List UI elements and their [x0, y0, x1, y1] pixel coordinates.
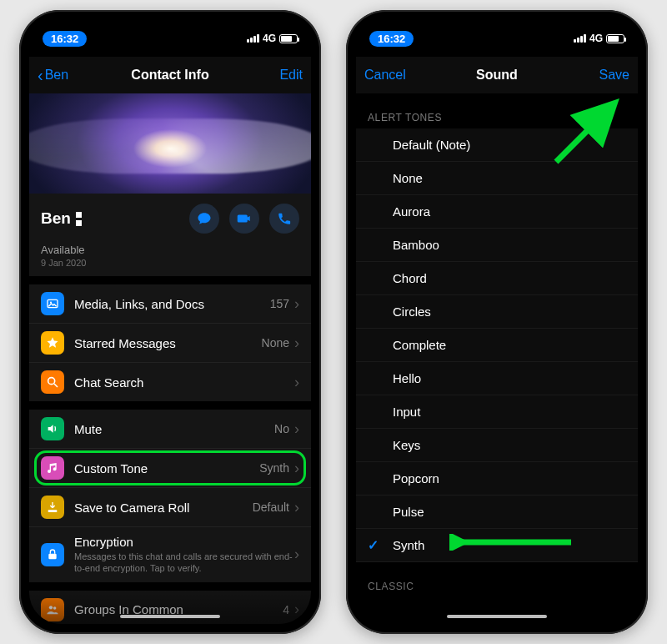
star-icon	[41, 331, 64, 355]
chevron-right-icon: ›	[294, 374, 299, 391]
lock-icon	[41, 543, 64, 566]
row-label: Starred Messages	[74, 336, 262, 350]
row-mute[interactable]: MuteNo›	[29, 410, 311, 449]
contact-header: Ben	[29, 194, 311, 276]
status-time: 16:32	[43, 31, 87, 47]
people-icon	[41, 598, 64, 621]
row-starred[interactable]: Starred MessagesNone›	[29, 324, 311, 363]
back-label: Ben	[45, 68, 68, 83]
message-button[interactable]	[189, 204, 219, 234]
tone-label: None	[393, 171, 423, 185]
check-icon: ✓	[368, 537, 379, 553]
row-value: No	[274, 422, 289, 435]
notch	[430, 20, 564, 42]
section-header: CLASSIC	[356, 562, 638, 597]
row-value: 157	[270, 297, 289, 310]
row-label: Mute	[74, 422, 274, 436]
contact-name: Ben	[41, 209, 82, 228]
tone-row-chord[interactable]: Chord	[356, 262, 638, 295]
row-groups[interactable]: Groups In Common4›	[29, 591, 311, 624]
video-icon	[237, 211, 252, 226]
row-value: None	[262, 336, 289, 350]
tone-row-circles[interactable]: Circles	[356, 295, 638, 329]
contact-photo[interactable]	[29, 93, 311, 194]
tone-row-hello[interactable]: Hello	[356, 362, 638, 395]
video-call-button[interactable]	[229, 204, 259, 234]
tone-label: Input	[393, 405, 420, 419]
svg-point-6	[49, 606, 53, 609]
voice-call-button[interactable]	[269, 204, 299, 234]
row-saveroll[interactable]: Save to Camera RollDefault›	[29, 488, 311, 527]
section-header: ALERT TONES	[356, 93, 638, 128]
row-label: Encryption	[74, 535, 294, 549]
svg-rect-4	[48, 510, 58, 512]
tone-label: Keys	[393, 438, 420, 452]
notch	[103, 20, 237, 42]
tone-row-aurora[interactable]: Aurora	[356, 195, 638, 229]
phone-right: 16:32 4G Cancel Sound Save ALERT TONESDe…	[346, 10, 648, 634]
tone-label: Complete	[393, 338, 446, 352]
home-indicator[interactable]	[447, 615, 547, 618]
tone-label: Pulse	[393, 505, 424, 519]
battery-icon	[279, 34, 298, 43]
tone-label: Chord	[393, 271, 427, 285]
phone-icon	[277, 211, 292, 226]
status-text: Available	[41, 244, 299, 256]
chevron-right-icon: ›	[294, 460, 299, 477]
speaker-icon	[41, 417, 64, 440]
row-media[interactable]: Media, Links, and Docs157›	[29, 284, 311, 324]
signal-icon	[247, 34, 259, 43]
photo-icon	[41, 292, 64, 315]
tone-row-input[interactable]: Input	[356, 395, 638, 429]
tone-label: Bamboo	[393, 238, 439, 252]
tone-label: Aurora	[393, 204, 430, 219]
row-value: 4	[283, 603, 289, 616]
nav-title: Contact Info	[131, 68, 208, 83]
tone-row-bamboo[interactable]: Bamboo	[356, 229, 638, 262]
chevron-right-icon: ›	[294, 546, 299, 563]
chevron-left-icon: ‹	[38, 67, 43, 83]
svg-point-2	[48, 378, 55, 385]
row-sub: Messages to this chat and calls are secu…	[74, 551, 294, 575]
tone-row-complete[interactable]: Complete	[356, 329, 638, 362]
svg-point-7	[53, 606, 56, 609]
home-indicator[interactable]	[120, 615, 220, 618]
chat-bubble-icon	[197, 211, 212, 226]
row-search[interactable]: Chat Search›	[29, 363, 311, 401]
tone-label: Synth	[393, 538, 424, 552]
tone-label: Popcorn	[393, 471, 439, 486]
tone-row-default-note-[interactable]: Default (Note)	[356, 128, 638, 162]
tone-row-keys[interactable]: Keys	[356, 429, 638, 462]
phone-left: 16:32 4G ‹ Ben Contact Info Edit Ben	[19, 10, 321, 634]
row-encryption[interactable]: EncryptionMessages to this chat and call…	[29, 527, 311, 582]
row-label: Save to Camera Roll	[74, 501, 253, 515]
nav-title: Sound	[476, 68, 518, 83]
svg-line-3	[54, 384, 58, 387]
tone-row-popcorn[interactable]: Popcorn	[356, 462, 638, 496]
svg-rect-5	[48, 553, 56, 559]
tone-row-synth[interactable]: ✓Synth	[356, 529, 638, 562]
row-tone[interactable]: Custom ToneSynth›	[29, 449, 311, 488]
tone-row-none[interactable]: None	[356, 162, 638, 195]
network-label: 4G	[263, 33, 276, 44]
edit-button[interactable]: Edit	[253, 68, 303, 83]
row-label: Media, Links, and Docs	[74, 297, 270, 311]
signal-icon	[574, 34, 586, 43]
save-button[interactable]: Save	[579, 68, 629, 83]
chevron-right-icon: ›	[294, 499, 299, 516]
cancel-button[interactable]: Cancel	[364, 68, 414, 83]
battery-icon	[606, 34, 624, 43]
chevron-right-icon: ›	[294, 295, 299, 313]
music-icon	[41, 456, 64, 480]
tone-label: Circles	[393, 304, 431, 319]
status-date: 9 Jan 2020	[41, 258, 299, 268]
tone-label: Hello	[393, 371, 421, 385]
download-icon	[41, 496, 64, 519]
tone-row-pulse[interactable]: Pulse	[356, 496, 638, 529]
chevron-right-icon: ›	[294, 420, 299, 438]
tone-label: Default (Note)	[393, 138, 470, 152]
row-value: Default	[253, 501, 289, 514]
back-button[interactable]: ‹ Ben	[38, 67, 88, 83]
search-icon	[41, 370, 64, 394]
chevron-right-icon: ›	[294, 601, 299, 618]
